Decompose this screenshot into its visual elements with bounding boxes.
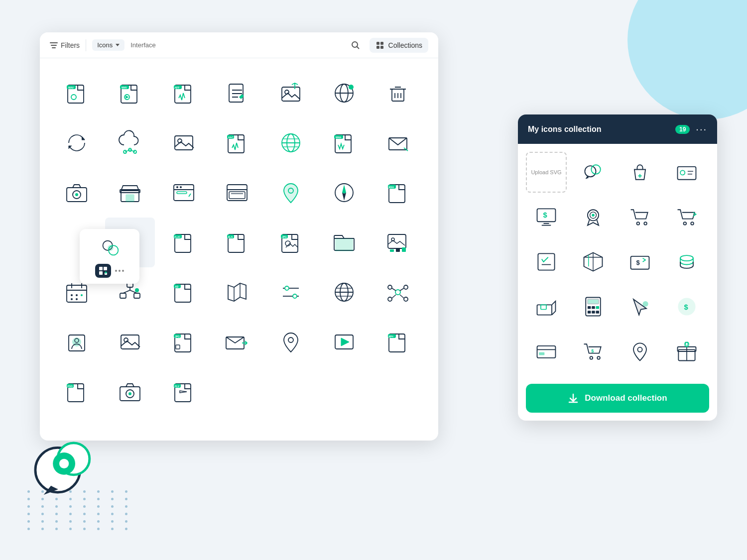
more-options-button[interactable] (115, 270, 124, 272)
panel-icons-grid: Upload SVG $ (518, 144, 717, 380)
panel-icon-money-exchange[interactable]: $ (620, 241, 660, 282)
icon-compass[interactable] (319, 168, 369, 218)
download-collection-button[interactable]: Download collection (526, 384, 709, 413)
svg-text:WAV: WAV (68, 86, 74, 89)
svg-text:PSD: PSD (68, 385, 73, 388)
icon-image-stats[interactable] (373, 218, 423, 267)
icon-store[interactable] (105, 168, 155, 218)
icon-flac[interactable]: FLAC (159, 218, 209, 267)
icon-globe3[interactable] (319, 267, 369, 317)
icon-user-profile[interactable] (52, 317, 102, 367)
download-icon (568, 393, 579, 404)
icon-aiff[interactable]: AIFF (159, 68, 209, 118)
svg-text:WMV: WMV (122, 87, 127, 89)
svg-rect-68 (227, 185, 247, 201)
svg-rect-22 (229, 84, 243, 102)
icon-folder[interactable] (319, 218, 369, 267)
panel-icon-calculator[interactable] (573, 286, 614, 327)
panel-icon-cart-arrow[interactable] (666, 197, 707, 237)
add-to-collection-button[interactable] (95, 264, 111, 278)
icon-camera2[interactable] (105, 367, 155, 417)
panel-icon-id-card[interactable] (666, 152, 707, 193)
icon-image[interactable] (159, 118, 209, 168)
panel-icon-cursor[interactable] (620, 286, 660, 327)
panel-icon-cart[interactable] (620, 197, 660, 237)
svg-rect-93 (396, 248, 400, 252)
svg-text:AAC: AAC (228, 136, 234, 139)
search-button[interactable] (348, 37, 364, 53)
icon-m4a[interactable]: M4A (373, 168, 423, 218)
svg-text:XD: XD (175, 285, 178, 288)
svg-point-4 (352, 42, 358, 47)
panel-icon-chat[interactable] (573, 152, 614, 193)
svg-rect-197 (541, 305, 546, 309)
icon-flv[interactable]: FLV (159, 367, 209, 417)
collections-button[interactable]: Collections (370, 38, 428, 53)
filters-label: Filters (61, 41, 80, 49)
svg-text:FLV: FLV (175, 385, 180, 388)
icon-video-play[interactable] (319, 317, 369, 367)
icon-browser2[interactable] (212, 168, 262, 218)
panel-icon-shopping-bag-add[interactable] (620, 152, 660, 193)
svg-line-131 (400, 288, 404, 291)
icon-map[interactable] (212, 267, 262, 317)
icon-cloud-share[interactable] (105, 118, 155, 168)
filters-button[interactable]: Filters (50, 41, 80, 49)
icon-globe2[interactable] (266, 118, 316, 168)
icon-wav[interactable]: WAV (52, 68, 102, 118)
icon-trash[interactable] (373, 68, 423, 118)
svg-rect-106 (134, 293, 140, 298)
icon-network[interactable] (373, 267, 423, 317)
panel-icon-gift[interactable] (666, 331, 707, 372)
svg-text:$: $ (543, 211, 547, 219)
panel-icon-package[interactable] (573, 241, 614, 282)
panel-more-button[interactable]: ··· (696, 123, 707, 135)
panel-icon-award[interactable] (573, 197, 614, 237)
icon-email-send[interactable] (212, 317, 262, 367)
panel-icon-dollar-badge[interactable]: $ (666, 286, 707, 327)
collections-label: Collections (388, 41, 422, 49)
panel-icon-location[interactable] (620, 331, 660, 372)
panel-icon-checklist[interactable] (526, 241, 567, 282)
icon-browser[interactable] (159, 168, 209, 218)
svg-point-102 (71, 298, 73, 300)
panel-count: 19 (675, 125, 690, 134)
svg-rect-211 (539, 352, 544, 355)
icon-location2[interactable] (266, 317, 316, 367)
icon-camera[interactable] (52, 168, 102, 218)
svg-marker-74 (342, 185, 346, 194)
svg-point-101 (81, 294, 83, 296)
icon-globe[interactable] (319, 68, 369, 118)
icon-jpg[interactable]: JPG (266, 218, 316, 267)
icon-aac[interactable]: AAC (212, 118, 262, 168)
icon-xd[interactable]: XD (159, 267, 209, 317)
svg-point-103 (76, 298, 78, 300)
icon-wmv[interactable]: WMV (105, 68, 155, 118)
icon-image-upload[interactable] (266, 68, 316, 118)
panel-icon-dollar-monitor[interactable]: $ (526, 197, 567, 237)
icon-location-pin[interactable] (266, 168, 316, 218)
icon-sliders[interactable] (266, 267, 316, 317)
panel-icon-coin-stack[interactable] (666, 241, 707, 282)
panel-icon-credit-card[interactable] (526, 331, 567, 372)
icon-document-edit[interactable] (212, 68, 262, 118)
icon-image2[interactable] (105, 317, 155, 367)
icon-psd[interactable]: PSD (52, 367, 102, 417)
svg-rect-92 (390, 249, 394, 252)
icon-refresh[interactable] (52, 118, 102, 168)
svg-point-66 (180, 186, 182, 188)
panel-icon-delivery[interactable] (526, 286, 567, 327)
icon-xls[interactable]: XLS (212, 218, 262, 267)
icon-mp4[interactable]: MP4 (373, 317, 423, 367)
svg-text:$: $ (591, 348, 594, 353)
chevron-down-icon (116, 44, 120, 46)
svg-rect-6 (376, 42, 379, 45)
icon-email[interactable] (373, 118, 423, 168)
svg-point-129 (404, 297, 408, 301)
upload-svg-button[interactable]: Upload SVG (526, 152, 567, 193)
svg-line-130 (392, 288, 396, 291)
icons-dropdown[interactable]: Icons (92, 39, 124, 51)
icon-jpg2[interactable]: JPG (159, 317, 209, 367)
icon-wma[interactable]: WMA (319, 118, 369, 168)
panel-icon-cart-dollar[interactable]: $ (573, 331, 614, 372)
